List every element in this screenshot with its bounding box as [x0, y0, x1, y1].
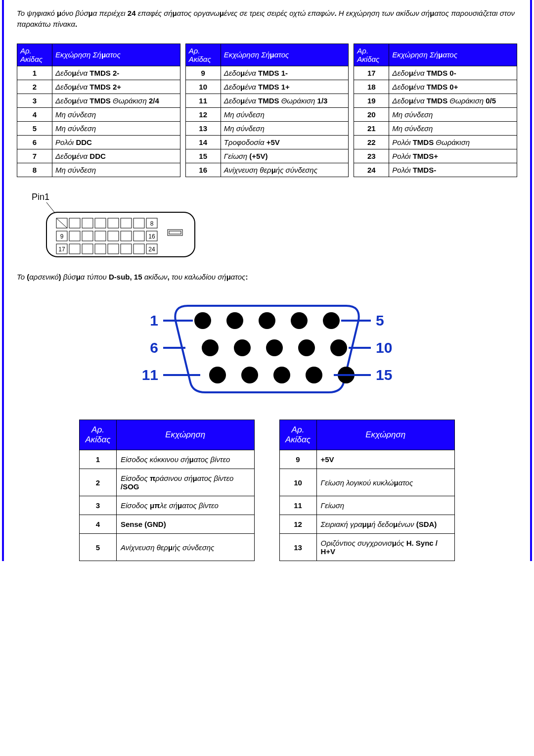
svg-point-35	[194, 312, 211, 329]
pin-num: 6	[17, 135, 52, 149]
hdr-asgn: Εκχώρηση Σήματος	[221, 44, 349, 66]
svg-rect-34	[169, 231, 181, 234]
pin-assignment: Δεδομένα TMDS 1-	[221, 66, 349, 80]
pin-assignment: Είσοδος μπλε σήματος βίντεο	[117, 496, 255, 515]
t: αφών	[316, 9, 335, 17]
svg-rect-17	[95, 231, 106, 241]
vga-pin-table: Αρ. Ακίδας Εκχώρηση Αρ. Ακίδας Εκχώρηση …	[79, 420, 455, 561]
svg-rect-19	[121, 231, 132, 241]
svg-text:10: 10	[376, 339, 392, 356]
pin-assignment: Δεδομένα TMDS 0+	[389, 80, 517, 94]
pin-assignment: +5V	[316, 450, 455, 469]
pin-num: 11	[185, 94, 221, 107]
svg-rect-18	[108, 231, 119, 241]
t: .	[75, 20, 77, 28]
pin-assignment: Μη σύνδεση	[52, 121, 180, 135]
pin-assignment: Μη σύνδεση	[389, 107, 517, 121]
pin-num: 13	[279, 534, 316, 561]
svg-point-36	[226, 312, 243, 329]
pin-num: 11	[279, 496, 316, 515]
dvi-connector-icon: 89161724	[32, 202, 200, 262]
pin-assignment: Δεδομένα TMDS Θωράκιση 2/4	[52, 94, 180, 107]
dsub-intro: Το (αρσενικό) βύσμα τύπου D-sub, 15 ακίδ…	[17, 272, 517, 283]
svg-text:17: 17	[58, 246, 65, 253]
pin-num: 14	[185, 135, 221, 149]
pin-assignment: Δεδομένα TMDS 2-	[52, 66, 180, 80]
pin-assignment: Δεδομένα TMDS 2+	[52, 80, 180, 94]
hdr-pin: Αρ. Ακίδας	[17, 44, 52, 66]
pin-num: 1	[80, 450, 117, 469]
t: π	[141, 9, 146, 17]
pin-num: 15	[185, 149, 221, 163]
pin-num: 23	[354, 149, 389, 163]
t: π	[53, 20, 58, 28]
pin-assignment: Γείωση (+5V)	[221, 149, 349, 163]
pin-assignment: Σειριακή γραμμή δεδομένων (SDA)	[316, 515, 455, 534]
svg-rect-7	[95, 218, 106, 228]
pin-num: 12	[279, 515, 316, 534]
pin-num: 12	[185, 107, 221, 121]
pin-assignment: Μη σύνδεση	[52, 107, 180, 121]
svg-text:9: 9	[60, 233, 64, 240]
svg-rect-27	[95, 244, 106, 254]
t: α	[93, 9, 99, 17]
svg-rect-15	[69, 231, 80, 241]
pin-num: 22	[354, 135, 389, 149]
svg-rect-20	[134, 231, 144, 241]
svg-point-39	[323, 312, 340, 329]
t: μ	[173, 9, 177, 17]
pin-num: 2	[17, 80, 52, 94]
svg-text:24: 24	[148, 246, 155, 253]
dsub-connector-icon: 1 5 6 10 11 15	[129, 296, 405, 400]
svg-text:6: 6	[150, 339, 158, 356]
hdr-pin: Αρ. Ακίδας	[185, 44, 221, 66]
t: π	[99, 9, 104, 17]
pin-num: 3	[80, 496, 117, 515]
pin-num: 9	[185, 66, 221, 80]
dsub-connector-diagram: 1 5 6 10 11 15	[129, 296, 405, 400]
svg-rect-28	[108, 244, 119, 254]
svg-text:1: 1	[150, 312, 158, 329]
pin-num: 16	[185, 163, 221, 177]
pin-assignment: Ανίχνευση θερμής σύνδεσης	[221, 163, 349, 177]
pin-assignment: Δεδομένα DDC	[52, 149, 180, 163]
t: ατος	[434, 9, 451, 17]
svg-point-43	[298, 339, 315, 356]
svg-rect-6	[82, 218, 93, 228]
pin-num: 3	[17, 94, 52, 107]
pin-assignment: Δεδομένα TMDS Θωράκιση 0/5	[389, 94, 517, 107]
pin-num: 24	[354, 163, 389, 177]
hdr-asgn: Εκχώρηση Σήματος	[52, 44, 180, 66]
svg-text:15: 15	[376, 367, 392, 383]
pin-assignment: Ανίχνευση θερμής σύνδεσης	[117, 534, 255, 561]
pin-num: 8	[17, 163, 52, 177]
svg-point-48	[306, 367, 322, 383]
t: αφές σή	[146, 9, 172, 17]
svg-point-38	[291, 312, 308, 329]
svg-text:16: 16	[148, 233, 155, 240]
pin-assignment: Δεδομένα TMDS 0-	[389, 66, 517, 80]
pin-assignment: Μη σύνδεση	[221, 107, 349, 121]
t: εριέχει	[104, 9, 127, 17]
svg-text:5: 5	[376, 312, 384, 329]
t: ε	[136, 9, 141, 17]
pin-assignment: Ρολόι DDC	[52, 135, 180, 149]
svg-point-37	[259, 312, 275, 329]
svg-point-44	[330, 339, 347, 356]
t: π	[311, 9, 316, 17]
pin-num: 9	[279, 450, 316, 469]
pin-num: 4	[80, 515, 117, 534]
t: Το ψηφιακό	[17, 9, 57, 17]
dvi-pin-table: Αρ. Ακίδας Εκχώρηση Σήματος Αρ. Ακίδας Ε…	[17, 44, 517, 177]
svg-text:8: 8	[150, 220, 154, 227]
t: όνο βύσ	[61, 9, 88, 17]
intro-paragraph: Το ψηφιακό μόνο βύσμα περιέχει 24 επαφές…	[17, 8, 517, 30]
pin-assignment: Μη σύνδεση	[221, 121, 349, 135]
pin-assignment: Είσοδος κόκκινου σήματος βίντεο	[117, 450, 255, 469]
pin-num: 7	[17, 149, 52, 163]
svg-rect-8	[108, 218, 119, 228]
t: μ	[57, 9, 61, 17]
pin-assignment: Ρολόι TMDS-	[389, 163, 517, 177]
pin-assignment: Οριζόντιος συγχρονισμός H. Sync / H+V	[316, 534, 455, 561]
svg-rect-10	[134, 218, 144, 228]
